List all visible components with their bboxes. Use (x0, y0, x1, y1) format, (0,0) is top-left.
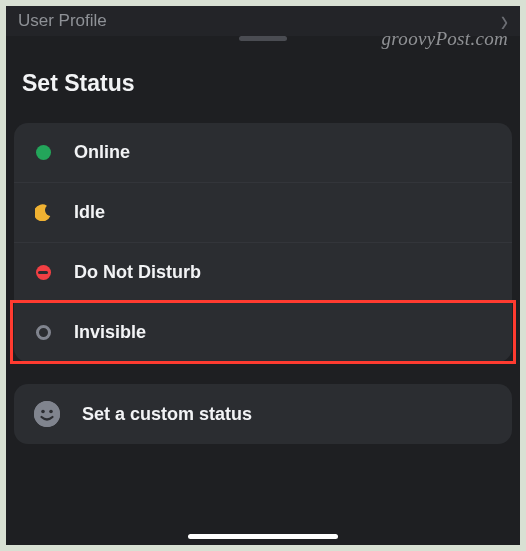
prev-screen-label: User Profile (18, 11, 107, 31)
status-option-dnd[interactable]: Do Not Disturb (14, 242, 512, 302)
svg-point-2 (49, 410, 53, 414)
custom-status-label: Set a custom status (82, 404, 252, 425)
dnd-icon (34, 264, 52, 282)
svg-point-0 (34, 401, 60, 427)
status-label: Invisible (74, 322, 146, 343)
emoji-smile-icon (34, 401, 60, 427)
status-option-invisible[interactable]: Invisible (14, 302, 512, 362)
watermark-text: groovyPost.com (382, 28, 508, 50)
status-label: Do Not Disturb (74, 262, 201, 283)
status-option-idle[interactable]: Idle (14, 182, 512, 242)
home-indicator[interactable] (188, 534, 338, 539)
custom-status-group: Set a custom status (14, 384, 512, 444)
set-custom-status-button[interactable]: Set a custom status (14, 384, 512, 444)
status-options-group: Online Idle Do Not Disturb Invisible (14, 123, 512, 362)
sheet-title: Set Status (0, 42, 526, 123)
sheet-grab-handle[interactable] (239, 36, 287, 41)
invisible-icon (34, 324, 52, 342)
online-icon (34, 144, 52, 162)
idle-icon (34, 204, 52, 222)
svg-point-1 (41, 410, 45, 414)
set-status-sheet: Set Status Online Idle Do Not Disturb (0, 36, 526, 444)
status-option-online[interactable]: Online (14, 123, 512, 182)
status-label: Idle (74, 202, 105, 223)
status-label: Online (74, 142, 130, 163)
